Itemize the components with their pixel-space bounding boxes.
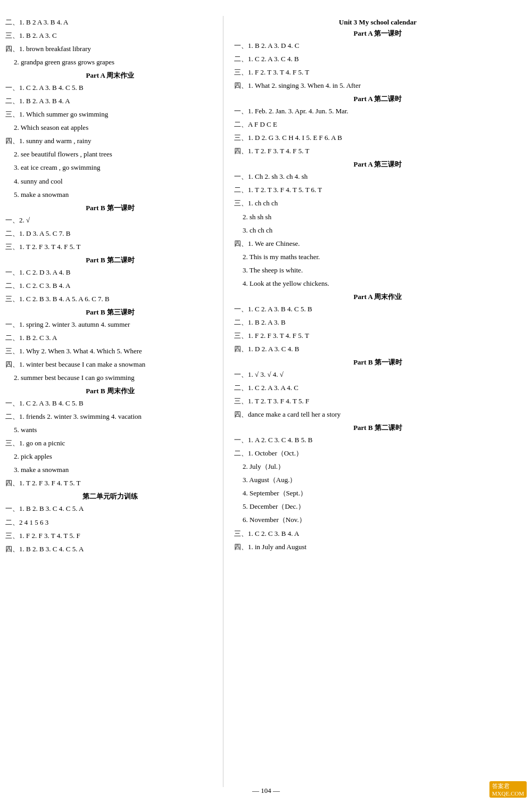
left-line: 5. wants bbox=[5, 424, 215, 436]
right-line: 三、1. C 2. C 3. B 4. A bbox=[234, 527, 521, 540]
left-line: 四、1. B 2. B 3. C 4. C 5. A bbox=[5, 543, 215, 556]
left-line: 3. eat ice cream , go swimming bbox=[5, 161, 215, 174]
watermark: 答案君MXQE.COM bbox=[489, 781, 527, 798]
left-line: 第二单元听力训练 bbox=[5, 492, 215, 501]
left-line: Part A 周末作业 bbox=[5, 71, 215, 80]
left-line: 二、1. B 2 A 3. B 4. A bbox=[5, 16, 215, 29]
right-line: 三、1. D 2. G 3. C H 4. I 5. E F 6. A B bbox=[234, 131, 521, 144]
right-line: Part A 第二课时 bbox=[234, 94, 521, 104]
right-line: Part B 第一课时 bbox=[234, 358, 521, 367]
right-line: 二、A F D C E bbox=[234, 118, 521, 131]
right-line: 三、1. F 2. T 3. T 4. F 5. T bbox=[234, 66, 521, 79]
right-line: 2. July（Jul.） bbox=[234, 460, 521, 473]
left-line: 四、1. T 2. F 3. F 4. T 5. T bbox=[5, 477, 215, 490]
right-line: Part A 第一课时 bbox=[234, 29, 521, 38]
right-line: 2. sh sh sh bbox=[234, 211, 521, 223]
left-line: 2. see beautiful flowers , plant trees bbox=[5, 148, 215, 161]
right-line: 一、1. Ch 2. sh 3. ch 4. sh bbox=[234, 170, 521, 183]
right-line: 三、1. ch ch ch bbox=[234, 197, 521, 210]
right-line: 二、1. B 2. A 3. B bbox=[234, 316, 521, 329]
left-line: 三、1. go on a picnic bbox=[5, 437, 215, 450]
left-line: 5. make a snowman bbox=[5, 188, 215, 201]
right-line: 二、1. C 2. A 3. A 4. C bbox=[234, 382, 521, 394]
left-line: 三、1. Which summer go swimming bbox=[5, 108, 215, 121]
left-line: 2. Which season eat apples bbox=[5, 121, 215, 134]
left-line: 4. sunny and cool bbox=[5, 175, 215, 188]
right-line: 3. ch ch ch bbox=[234, 224, 521, 237]
right-line: 二、1. October（Oct.） bbox=[234, 447, 521, 460]
left-line: 一、1. C 2. A 3. B 4. C 5. B bbox=[5, 397, 215, 410]
page-number: — 104 — bbox=[252, 787, 280, 794]
left-line: 一、1. C 2. A 3. B 4. C 5. B bbox=[5, 81, 215, 94]
left-line: 2. summer best because I can go swimming bbox=[5, 371, 215, 384]
left-line: 一、1. B 2. B 3. C 4. C 5. A bbox=[5, 502, 215, 515]
right-line: 4. Look at the yellow chickens. bbox=[234, 277, 521, 290]
right-line: 二、1. T 2. T 3. F 4. T 5. T 6. T bbox=[234, 184, 521, 196]
left-line: 2. grandpa green grass grows grapes bbox=[5, 56, 215, 69]
page-footer: — 104 — bbox=[0, 787, 532, 795]
right-line: 四、1. What 2. singing 3. When 4. in 5. Af… bbox=[234, 79, 521, 92]
left-line: 二、1. D 3. A 5. C 7. B bbox=[5, 227, 215, 240]
page: 二、1. B 2 A 3. B 4. A三、1. B 2. A 3. C四、1.… bbox=[0, 0, 532, 803]
right-line: 二、1. C 2. A 3. C 4. B bbox=[234, 53, 521, 65]
right-line: 三、1. T 2. T 3. F 4. T 5. F bbox=[234, 395, 521, 408]
right-column: Unit 3 My school calendar Part A 第一课时一、1… bbox=[223, 16, 521, 787]
left-line: 四、1. winter best because I can make a sn… bbox=[5, 358, 215, 371]
right-line: 一、1. B 2. A 3. D 4. C bbox=[234, 39, 521, 52]
left-line: 二、2 4 1 5 6 3 bbox=[5, 516, 215, 529]
left-line: 三、1. T 2. F 3. T 4. F 5. T bbox=[5, 241, 215, 253]
left-line: 三、1. B 2. A 3. C bbox=[5, 29, 215, 42]
left-line: 一、1. C 2. D 3. A 4. B bbox=[5, 266, 215, 279]
right-line: 三、1. F 2. F 3. T 4. F 5. T bbox=[234, 329, 521, 342]
left-line: 二、1. B 2. A 3. B 4. A bbox=[5, 95, 215, 107]
left-column: 二、1. B 2 A 3. B 4. A三、1. B 2. A 3. C四、1.… bbox=[5, 16, 223, 787]
left-line: Part B 第二课时 bbox=[5, 255, 215, 265]
right-line: 一、1. C 2. A 3. B 4. C 5. B bbox=[234, 303, 521, 316]
left-line: 三、1. C 2. B 3. B 4. A 5. A 6. C 7. B bbox=[5, 293, 215, 305]
left-line: Part B 第三课时 bbox=[5, 308, 215, 317]
left-line: 二、1. B 2. C 3. A bbox=[5, 332, 215, 344]
left-line: 二、1. friends 2. winter 3. swimming 4. va… bbox=[5, 410, 215, 423]
left-line: 一、2. √ bbox=[5, 214, 215, 227]
left-line: 三、1. F 2. F 3. T 4. T 5. F bbox=[5, 529, 215, 542]
right-line: 四、1. in July and August bbox=[234, 541, 521, 553]
left-line: 一、1. spring 2. winter 3. autumn 4. summe… bbox=[5, 318, 215, 331]
right-line: 3. The sheep is white. bbox=[234, 264, 521, 277]
unit-title: Unit 3 My school calendar bbox=[234, 18, 521, 27]
right-line: 6. November（Nov.） bbox=[234, 514, 521, 526]
left-line: 2. pick apples bbox=[5, 450, 215, 463]
left-line: 三、1. Why 2. When 3. What 4. Which 5. Whe… bbox=[5, 345, 215, 358]
left-line: 四、1. brown breakfast library bbox=[5, 43, 215, 55]
right-line: Part A 第三课时 bbox=[234, 160, 521, 169]
right-line: 2. This is my maths teacher. bbox=[234, 251, 521, 263]
right-line: 一、1. A 2. C 3. C 4. B 5. B bbox=[234, 434, 521, 446]
right-line: 3. August（Aug.） bbox=[234, 474, 521, 486]
right-line: Part A 周末作业 bbox=[234, 292, 521, 302]
right-line: 四、dance make a card tell her a story bbox=[234, 408, 521, 421]
right-line: 一、1. Feb. 2. Jan. 3. Apr. 4. Jun. 5. Mar… bbox=[234, 105, 521, 118]
left-line: Part B 第一课时 bbox=[5, 203, 215, 213]
right-line: 四、1. We are Chinese. bbox=[234, 237, 521, 250]
right-line: 四、1. T 2. F 3. T 4. F 5. T bbox=[234, 145, 521, 158]
right-line: Part B 第二课时 bbox=[234, 423, 521, 433]
left-line: Part B 周末作业 bbox=[5, 386, 215, 396]
right-line: 四、1. D 2. A 3. C 4. B bbox=[234, 343, 521, 355]
left-line: 二、1. C 2. C 3. B 4. A bbox=[5, 279, 215, 292]
right-line: 4. September（Sept.） bbox=[234, 487, 521, 500]
left-line: 四、1. sunny and warm , rainy bbox=[5, 135, 215, 147]
right-line: 一、1. √ 3. √ 4. √ bbox=[234, 368, 521, 381]
right-line: 5. December（Dec.） bbox=[234, 500, 521, 513]
left-line: 3. make a snowman bbox=[5, 463, 215, 476]
